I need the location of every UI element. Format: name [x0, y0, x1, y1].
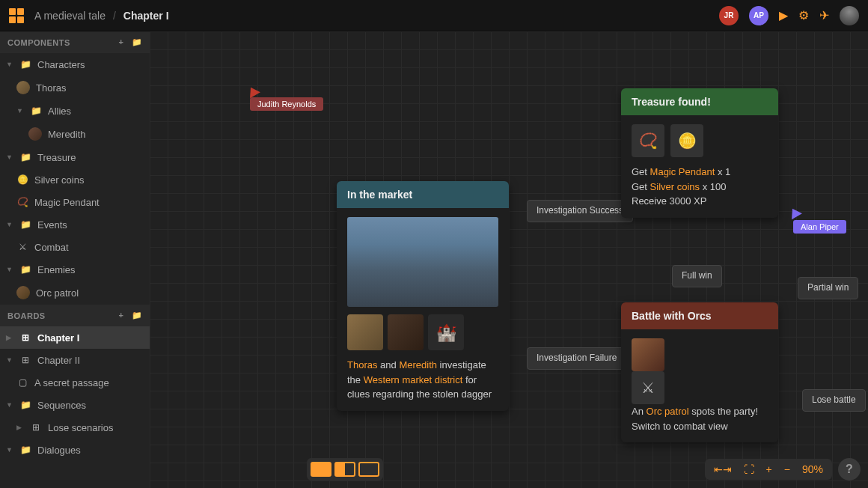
tree-thoras[interactable]: Thoras [0, 76, 150, 100]
tree-dialogues[interactable]: ▼📁Dialogues [0, 439, 150, 461]
swords-icon[interactable]: ⚔ [632, 371, 664, 404]
collaborator-cursor-jr [245, 85, 260, 98]
reward-line-2: Get Silver coins x 100 [632, 180, 768, 195]
tree-magic-pendant[interactable]: 📿Magic Pendant [0, 191, 150, 213]
tree-chapter1[interactable]: ▶⊞Chapter I [0, 326, 150, 349]
coins-icon[interactable]: 🪙 [670, 124, 703, 157]
collaborator-tag-ap: Alan Piper [793, 220, 846, 234]
board-icon: ⊞ [19, 332, 31, 344]
components-label: COMPONENTS [7, 38, 70, 47]
collaborator-tag-jr: Judith Reynolds [250, 97, 323, 111]
reward-line-3: Receive 3000 XP [632, 194, 768, 209]
avatar-icon [16, 286, 30, 299]
tree-events[interactable]: ▼📁Events [0, 213, 150, 236]
tree-meredith[interactable]: Meredith [0, 122, 150, 146]
pendant-icon: 📿 [16, 196, 28, 208]
reward-line-1: Get Magic Pendant x 1 [632, 165, 768, 180]
fullscreen-icon[interactable]: ⛶ [744, 463, 754, 475]
orc-icon[interactable] [632, 338, 664, 371]
board-icon: ⊞ [19, 354, 31, 366]
breadcrumb: A medieval tale / Chapter I [34, 10, 169, 22]
tree-characters[interactable]: ▼📁Characters [0, 53, 150, 76]
location-castle-icon[interactable]: 🏰 [428, 314, 464, 350]
add-folder-icon[interactable]: 📁 [132, 37, 143, 47]
view-outline-icon[interactable] [358, 462, 379, 477]
send-icon[interactable]: ✈ [819, 8, 829, 22]
edge-label-investigation-success[interactable]: Investigation Success [527, 200, 633, 222]
coins-icon: 🪙 [16, 174, 28, 186]
sidebar: COMPONENTS +📁 ▼📁Characters Thoras ▼📁Alli… [0, 31, 150, 488]
scene-image [347, 217, 498, 307]
play-icon[interactable]: ▶ [779, 8, 788, 22]
zoom-level[interactable]: 90% [802, 463, 823, 475]
tree-allies[interactable]: ▼📁Allies [0, 100, 150, 122]
edge-label-lose-battle[interactable]: Lose battle [802, 389, 866, 412]
tree-orc-patrol[interactable]: Orc patrol [0, 281, 150, 305]
edge-label-full-win[interactable]: Full win [672, 265, 722, 287]
collaborator-avatar-ap[interactable]: AP [749, 6, 768, 25]
view-full-icon[interactable] [311, 462, 331, 477]
breadcrumb-project[interactable]: A medieval tale [34, 10, 106, 22]
tree-silver-coins[interactable]: 🪙Silver coins [0, 168, 150, 191]
card-icon: ▢ [16, 376, 28, 388]
collaborator-avatar-jr[interactable]: JR [719, 6, 739, 25]
node-battle-with-orcs[interactable]: Battle with Orcs ⚔ An Orc patrol spots t… [621, 302, 778, 442]
tree-lose-scenarios[interactable]: ▶⊞Lose scenarios [0, 416, 150, 439]
bottombar: ⇤⇥ ⛶ + − 90% ? [307, 458, 861, 481]
zoom-out-icon[interactable]: − [784, 463, 790, 475]
tree-treasure[interactable]: ▼📁Treasure [0, 146, 150, 168]
add-folder-icon[interactable]: 📁 [132, 311, 143, 320]
topbar: A medieval tale / Chapter I JR AP ▶ ⚙ ✈ [0, 0, 868, 31]
node-description: Thoras and Meredith investigate the West… [347, 358, 498, 402]
actor-meredith-icon[interactable] [388, 314, 424, 350]
pendant-icon[interactable]: 📿 [632, 124, 664, 157]
actor-row: 🏰 [347, 314, 498, 350]
view-toggles [307, 458, 383, 481]
board-icon: ⊞ [30, 421, 42, 433]
tree-sequences[interactable]: ▼📁Sequences [0, 394, 150, 416]
actor-thoras-icon[interactable] [347, 314, 383, 350]
edge-label-partial-win[interactable]: Partial win [798, 277, 858, 299]
tree-enemies[interactable]: ▼📁Enemies [0, 258, 150, 281]
boards-label: BOARDS [7, 311, 46, 320]
node-in-the-market[interactable]: In the market 🏰 Thoras and Meredith inve… [337, 181, 509, 411]
zoom-in-icon[interactable]: + [766, 463, 772, 475]
avatar-icon [16, 81, 30, 94]
node-treasure-found[interactable]: Treasure found! 📿 🪙 Get Magic Pendant x … [621, 88, 778, 218]
collaborator-cursor-ap [787, 206, 802, 219]
tree-combat[interactable]: ⚔Combat [0, 236, 150, 258]
user-avatar[interactable] [840, 6, 859, 25]
swords-icon: ⚔ [16, 241, 28, 253]
node-description: An Orc patrol spots the party! Switch to… [632, 404, 768, 433]
breadcrumb-chapter[interactable]: Chapter I [123, 10, 169, 22]
app-logo[interactable] [9, 8, 24, 23]
tree-secret-passage[interactable]: ▢A secret passage [0, 371, 150, 394]
node-title: Battle with Orcs [621, 302, 778, 329]
edge-layer [150, 31, 374, 144]
tree-chapter2[interactable]: ▼⊞Chapter II [0, 349, 150, 371]
add-board-icon[interactable]: + [119, 311, 124, 320]
node-title: Treasure found! [621, 88, 778, 115]
breadcrumb-separator: / [113, 10, 116, 22]
canvas[interactable]: Judith Reynolds In the market 🏰 Thoras a… [150, 31, 868, 488]
fit-width-icon[interactable]: ⇤⇥ [714, 463, 732, 475]
components-section-header: COMPONENTS +📁 [0, 31, 150, 53]
help-button[interactable]: ? [838, 458, 861, 481]
avatar-icon [28, 127, 42, 141]
add-component-icon[interactable]: + [119, 37, 124, 47]
view-half-icon[interactable] [334, 462, 355, 477]
gear-icon[interactable]: ⚙ [798, 8, 809, 22]
edge-label-investigation-failure[interactable]: Investigation Failure [527, 347, 626, 370]
node-title: In the market [337, 181, 509, 208]
boards-section-header: BOARDS +📁 [0, 305, 150, 326]
